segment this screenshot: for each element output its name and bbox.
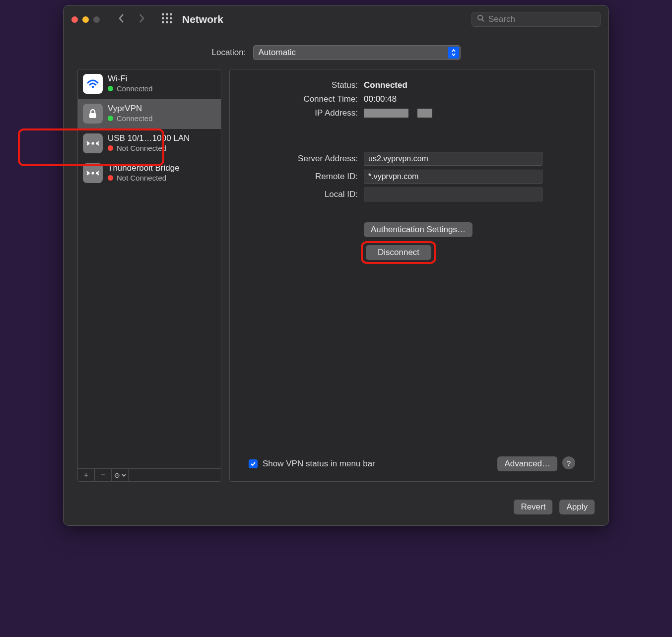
advanced-button[interactable]: Advanced… xyxy=(497,456,557,471)
svg-rect-6 xyxy=(162,21,164,23)
local-id-label: Local ID: xyxy=(249,190,358,199)
window-footer: Revert Apply xyxy=(64,491,608,525)
minimize-window-button[interactable] xyxy=(82,16,89,23)
remote-id-row: Remote ID: xyxy=(249,170,575,184)
search-field[interactable]: Search xyxy=(471,12,601,27)
apply-button[interactable]: Apply xyxy=(559,500,595,514)
status-value: Connected xyxy=(364,80,407,90)
interface-status: Not Connected xyxy=(108,174,180,182)
wifi-icon xyxy=(83,74,103,94)
toolbar: Network Search xyxy=(64,5,608,33)
status-dot-icon xyxy=(108,145,113,151)
svg-point-14 xyxy=(92,142,93,144)
show-vpn-label: Show VPN status in menu bar xyxy=(263,459,375,469)
server-address-input[interactable] xyxy=(364,152,542,166)
local-id-row: Local ID: xyxy=(249,188,575,201)
location-row: Location: Automatic xyxy=(64,33,608,69)
server-address-label: Server Address: xyxy=(249,154,358,164)
detail-panel: Status: Connected Connect Time: 00:00:48… xyxy=(229,69,595,482)
interface-vyprvpn[interactable]: VyprVPN Connected xyxy=(78,99,221,129)
ip-row: IP Address: xyxy=(249,108,575,118)
server-address-row: Server Address: xyxy=(249,152,575,166)
ip-value-redacted xyxy=(364,109,408,118)
interface-name: Wi-Fi xyxy=(108,74,153,84)
interface-name: Thunderbolt Bridge xyxy=(108,163,180,173)
ip-label: IP Address: xyxy=(249,108,358,118)
ethernet-icon xyxy=(83,133,103,153)
svg-point-17 xyxy=(92,172,93,174)
remote-id-input[interactable] xyxy=(364,170,542,184)
svg-rect-7 xyxy=(166,21,168,23)
connect-time-value: 00:00:48 xyxy=(364,94,397,104)
detail-footer: Show VPN status in menu bar Advanced… ? xyxy=(249,456,575,471)
window-controls xyxy=(71,16,100,23)
network-prefs-window: Network Search Location: Automatic xyxy=(63,5,609,526)
connect-time-label: Connect Time: xyxy=(249,94,358,104)
svg-rect-3 xyxy=(162,17,164,19)
back-button[interactable] xyxy=(115,13,129,26)
interface-wifi[interactable]: Wi-Fi Connected xyxy=(78,69,221,99)
remove-interface-button[interactable]: − xyxy=(95,469,112,481)
svg-rect-2 xyxy=(170,13,172,15)
sidebar-footer-spacer xyxy=(129,469,221,481)
svg-point-9 xyxy=(478,15,482,20)
show-all-button[interactable] xyxy=(161,13,172,26)
gear-icon: ⊙ xyxy=(114,471,120,479)
search-placeholder: Search xyxy=(488,14,515,24)
svg-rect-1 xyxy=(166,13,168,15)
interface-status: Connected xyxy=(108,84,153,93)
interface-status: Not Connected xyxy=(108,144,190,152)
remote-id-label: Remote ID: xyxy=(249,172,358,182)
zoom-window-button[interactable] xyxy=(93,16,100,23)
close-window-button[interactable] xyxy=(71,16,78,23)
auth-settings-button[interactable]: Authentication Settings… xyxy=(364,222,472,237)
interface-name: VyprVPN xyxy=(108,104,153,114)
local-id-input[interactable] xyxy=(364,188,542,201)
sidebar-footer: + − ⊙ xyxy=(78,468,221,481)
svg-rect-4 xyxy=(166,17,168,19)
location-value: Automatic xyxy=(259,48,296,58)
status-dot-icon xyxy=(108,86,113,91)
window-title: Network xyxy=(182,13,223,25)
ip-value-redacted-2 xyxy=(417,109,432,118)
status-row: Status: Connected xyxy=(249,80,575,90)
status-label: Status: xyxy=(249,80,358,90)
show-vpn-checkbox[interactable] xyxy=(249,459,258,468)
interface-usb-lan[interactable]: USB 10/1…1000 LAN Not Connected xyxy=(78,129,221,159)
connect-time-row: Connect Time: 00:00:48 xyxy=(249,94,575,104)
svg-rect-5 xyxy=(170,17,172,19)
location-label: Location: xyxy=(212,48,246,58)
forward-button[interactable] xyxy=(134,13,148,26)
interface-list: Wi-Fi Connected VyprVPN xyxy=(78,69,221,468)
interface-name: USB 10/1…1000 LAN xyxy=(108,133,190,143)
svg-line-10 xyxy=(482,19,484,21)
status-dot-icon xyxy=(108,175,113,181)
main-area: Wi-Fi Connected VyprVPN xyxy=(64,69,608,491)
ethernet-icon xyxy=(83,163,103,183)
lock-icon xyxy=(83,104,103,124)
svg-rect-8 xyxy=(170,21,172,23)
add-interface-button[interactable]: + xyxy=(78,469,95,481)
select-arrows-icon xyxy=(448,47,459,59)
interface-actions-button[interactable]: ⊙ xyxy=(112,469,129,481)
help-button[interactable]: ? xyxy=(562,456,575,469)
search-icon xyxy=(477,14,484,24)
interface-thunderbolt-bridge[interactable]: Thunderbolt Bridge Not Connected xyxy=(78,159,221,189)
disconnect-button[interactable]: Disconnect xyxy=(366,245,431,260)
interface-sidebar: Wi-Fi Connected VyprVPN xyxy=(77,69,221,482)
location-select[interactable]: Automatic xyxy=(253,45,461,60)
svg-rect-12 xyxy=(89,113,96,118)
status-dot-icon xyxy=(108,116,113,121)
svg-point-11 xyxy=(92,86,94,88)
revert-button[interactable]: Revert xyxy=(514,500,552,514)
svg-rect-0 xyxy=(162,13,164,15)
interface-status: Connected xyxy=(108,114,153,123)
